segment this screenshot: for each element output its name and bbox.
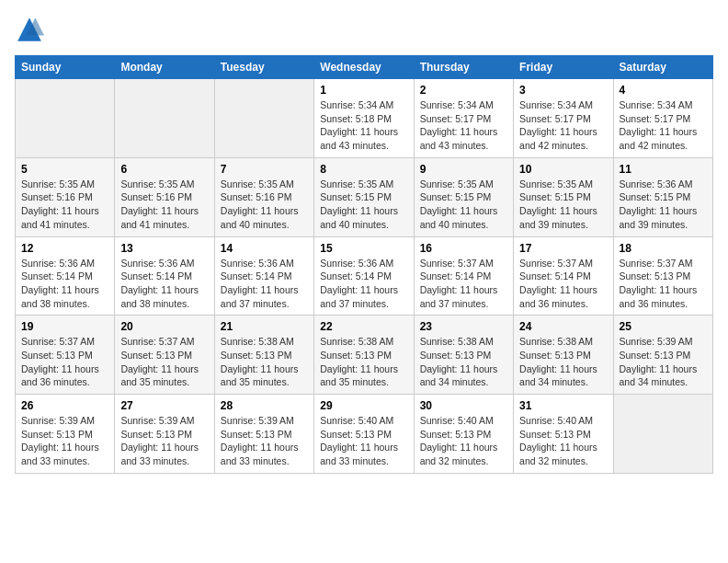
day-number: 24	[519, 320, 607, 333]
day-number: 15	[320, 242, 407, 255]
calendar-cell: 21Sunrise: 5:38 AM Sunset: 5:13 PM Dayli…	[214, 316, 313, 395]
day-number: 28	[221, 399, 308, 412]
day-info: Sunrise: 5:38 AM Sunset: 5:13 PM Dayligh…	[420, 335, 507, 389]
calendar-cell: 22Sunrise: 5:38 AM Sunset: 5:13 PM Dayli…	[314, 316, 414, 395]
column-header-wednesday: Wednesday	[314, 56, 414, 79]
week-row-3: 12Sunrise: 5:36 AM Sunset: 5:14 PM Dayli…	[16, 236, 713, 316]
calendar-cell: 24Sunrise: 5:38 AM Sunset: 5:13 PM Dayli…	[514, 316, 613, 395]
calendar-cell: 14Sunrise: 5:36 AM Sunset: 5:14 PM Dayli…	[214, 236, 313, 316]
day-info: Sunrise: 5:34 AM Sunset: 5:17 PM Dayligh…	[519, 98, 607, 153]
day-number: 12	[21, 242, 108, 255]
column-header-monday: Monday	[115, 56, 214, 79]
calendar-cell: 30Sunrise: 5:40 AM Sunset: 5:13 PM Dayli…	[414, 395, 513, 474]
day-number: 7	[221, 163, 308, 176]
day-number: 18	[620, 242, 707, 255]
calendar-cell: 5Sunrise: 5:35 AM Sunset: 5:16 PM Daylig…	[16, 157, 115, 236]
column-header-sunday: Sunday	[16, 56, 115, 79]
day-info: Sunrise: 5:40 AM Sunset: 5:13 PM Dayligh…	[420, 414, 507, 468]
calendar-cell: 8Sunrise: 5:35 AM Sunset: 5:15 PM Daylig…	[314, 157, 414, 236]
calendar-cell: 7Sunrise: 5:35 AM Sunset: 5:16 PM Daylig…	[214, 157, 313, 236]
day-number: 4	[620, 84, 707, 97]
calendar-cell: 1Sunrise: 5:34 AM Sunset: 5:18 PM Daylig…	[314, 79, 414, 158]
day-number: 20	[120, 320, 208, 333]
calendar-cell: 18Sunrise: 5:37 AM Sunset: 5:13 PM Dayli…	[613, 236, 712, 316]
day-info: Sunrise: 5:38 AM Sunset: 5:13 PM Dayligh…	[519, 335, 607, 389]
calendar-cell: 4Sunrise: 5:34 AM Sunset: 5:17 PM Daylig…	[613, 79, 712, 158]
calendar-cell: 11Sunrise: 5:36 AM Sunset: 5:15 PM Dayli…	[613, 157, 712, 236]
day-number: 3	[519, 84, 607, 97]
day-number: 27	[120, 399, 208, 412]
day-info: Sunrise: 5:40 AM Sunset: 5:13 PM Dayligh…	[519, 414, 607, 468]
calendar-cell	[214, 79, 313, 158]
day-info: Sunrise: 5:35 AM Sunset: 5:15 PM Dayligh…	[519, 178, 607, 232]
day-number: 8	[320, 163, 407, 176]
day-info: Sunrise: 5:36 AM Sunset: 5:14 PM Dayligh…	[221, 257, 308, 311]
day-info: Sunrise: 5:35 AM Sunset: 5:15 PM Dayligh…	[420, 178, 507, 232]
day-info: Sunrise: 5:36 AM Sunset: 5:15 PM Dayligh…	[620, 178, 707, 232]
column-header-tuesday: Tuesday	[214, 56, 313, 79]
day-number: 19	[21, 320, 108, 333]
day-number: 2	[420, 84, 507, 97]
day-number: 17	[519, 242, 607, 255]
calendar-cell: 23Sunrise: 5:38 AM Sunset: 5:13 PM Dayli…	[414, 316, 513, 395]
calendar-cell: 12Sunrise: 5:36 AM Sunset: 5:14 PM Dayli…	[16, 236, 115, 316]
day-number: 29	[320, 399, 407, 412]
calendar-cell: 26Sunrise: 5:39 AM Sunset: 5:13 PM Dayli…	[16, 395, 115, 474]
calendar-cell: 28Sunrise: 5:39 AM Sunset: 5:13 PM Dayli…	[214, 395, 313, 474]
calendar-cell: 10Sunrise: 5:35 AM Sunset: 5:15 PM Dayli…	[514, 157, 613, 236]
calendar-cell: 29Sunrise: 5:40 AM Sunset: 5:13 PM Dayli…	[314, 395, 414, 474]
calendar-body: 1Sunrise: 5:34 AM Sunset: 5:18 PM Daylig…	[16, 79, 713, 474]
week-row-5: 26Sunrise: 5:39 AM Sunset: 5:13 PM Dayli…	[16, 395, 713, 474]
logo-icon	[15, 15, 44, 44]
calendar-header: SundayMondayTuesdayWednesdayThursdayFrid…	[16, 56, 713, 79]
calendar-cell: 2Sunrise: 5:34 AM Sunset: 5:17 PM Daylig…	[414, 79, 513, 158]
column-header-saturday: Saturday	[613, 56, 712, 79]
calendar-cell: 3Sunrise: 5:34 AM Sunset: 5:17 PM Daylig…	[514, 79, 613, 158]
calendar-cell: 15Sunrise: 5:36 AM Sunset: 5:14 PM Dayli…	[314, 236, 414, 316]
calendar-cell: 25Sunrise: 5:39 AM Sunset: 5:13 PM Dayli…	[613, 316, 712, 395]
day-info: Sunrise: 5:37 AM Sunset: 5:13 PM Dayligh…	[620, 257, 707, 311]
calendar-table: SundayMondayTuesdayWednesdayThursdayFrid…	[15, 55, 713, 474]
day-info: Sunrise: 5:38 AM Sunset: 5:13 PM Dayligh…	[221, 335, 308, 389]
calendar-cell: 20Sunrise: 5:37 AM Sunset: 5:13 PM Dayli…	[115, 316, 214, 395]
day-info: Sunrise: 5:39 AM Sunset: 5:13 PM Dayligh…	[120, 414, 208, 468]
day-number: 23	[420, 320, 507, 333]
logo	[15, 15, 48, 44]
day-number: 9	[420, 163, 507, 176]
day-info: Sunrise: 5:39 AM Sunset: 5:13 PM Dayligh…	[221, 414, 308, 468]
day-info: Sunrise: 5:37 AM Sunset: 5:14 PM Dayligh…	[519, 257, 607, 311]
day-number: 21	[221, 320, 308, 333]
calendar-cell: 13Sunrise: 5:36 AM Sunset: 5:14 PM Dayli…	[115, 236, 214, 316]
day-info: Sunrise: 5:40 AM Sunset: 5:13 PM Dayligh…	[320, 414, 407, 468]
day-info: Sunrise: 5:36 AM Sunset: 5:14 PM Dayligh…	[21, 257, 108, 311]
day-info: Sunrise: 5:34 AM Sunset: 5:17 PM Dayligh…	[420, 98, 507, 153]
day-info: Sunrise: 5:35 AM Sunset: 5:16 PM Dayligh…	[221, 178, 308, 232]
week-row-2: 5Sunrise: 5:35 AM Sunset: 5:16 PM Daylig…	[16, 157, 713, 236]
day-number: 14	[221, 242, 308, 255]
calendar-cell: 6Sunrise: 5:35 AM Sunset: 5:16 PM Daylig…	[115, 157, 214, 236]
day-info: Sunrise: 5:36 AM Sunset: 5:14 PM Dayligh…	[120, 257, 208, 311]
day-number: 31	[519, 399, 607, 412]
day-info: Sunrise: 5:39 AM Sunset: 5:13 PM Dayligh…	[21, 414, 108, 468]
day-info: Sunrise: 5:36 AM Sunset: 5:14 PM Dayligh…	[320, 257, 407, 311]
day-info: Sunrise: 5:39 AM Sunset: 5:13 PM Dayligh…	[620, 335, 707, 389]
calendar-cell: 19Sunrise: 5:37 AM Sunset: 5:13 PM Dayli…	[16, 316, 115, 395]
day-info: Sunrise: 5:37 AM Sunset: 5:13 PM Dayligh…	[120, 335, 208, 389]
day-info: Sunrise: 5:37 AM Sunset: 5:13 PM Dayligh…	[21, 335, 108, 389]
day-info: Sunrise: 5:34 AM Sunset: 5:17 PM Dayligh…	[620, 98, 707, 153]
day-number: 10	[519, 163, 607, 176]
calendar-cell: 9Sunrise: 5:35 AM Sunset: 5:15 PM Daylig…	[414, 157, 513, 236]
day-number: 13	[120, 242, 208, 255]
day-number: 25	[620, 320, 707, 333]
day-info: Sunrise: 5:35 AM Sunset: 5:16 PM Dayligh…	[120, 178, 208, 232]
day-number: 26	[21, 399, 108, 412]
calendar-cell: 27Sunrise: 5:39 AM Sunset: 5:13 PM Dayli…	[115, 395, 214, 474]
page-header	[15, 15, 713, 44]
day-info: Sunrise: 5:38 AM Sunset: 5:13 PM Dayligh…	[320, 335, 407, 389]
calendar-cell	[16, 79, 115, 158]
header-row: SundayMondayTuesdayWednesdayThursdayFrid…	[16, 56, 713, 79]
day-info: Sunrise: 5:34 AM Sunset: 5:18 PM Dayligh…	[320, 98, 407, 153]
week-row-1: 1Sunrise: 5:34 AM Sunset: 5:18 PM Daylig…	[16, 79, 713, 158]
column-header-friday: Friday	[514, 56, 613, 79]
calendar-cell: 17Sunrise: 5:37 AM Sunset: 5:14 PM Dayli…	[514, 236, 613, 316]
